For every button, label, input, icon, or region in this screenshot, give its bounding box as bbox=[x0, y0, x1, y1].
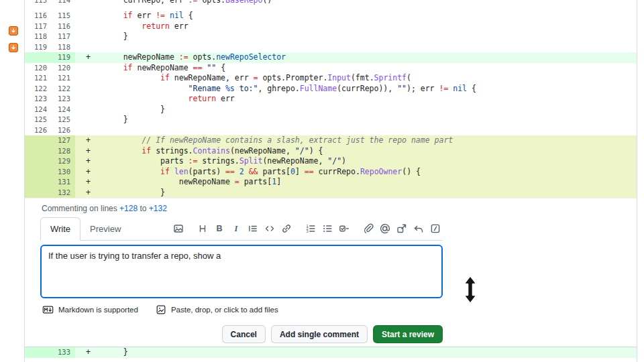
ordered-list-icon[interactable]: 123 bbox=[303, 221, 318, 236]
diff-plus-marker bbox=[75, 84, 93, 95]
code-line: newRepoName = parts[1] bbox=[93, 177, 637, 188]
task-list-icon[interactable] bbox=[337, 221, 352, 236]
old-line-number[interactable]: 118 bbox=[25, 32, 54, 42]
bold-icon[interactable]: B bbox=[212, 221, 227, 236]
mention-icon[interactable] bbox=[378, 221, 392, 236]
cross-reference-icon[interactable] bbox=[394, 221, 409, 236]
new-line-number[interactable]: 133 bbox=[54, 347, 75, 358]
old-line-number[interactable]: 117 bbox=[25, 21, 54, 32]
markdown-icon bbox=[42, 304, 54, 315]
annotation-marker-icon[interactable] bbox=[9, 43, 18, 52]
old-line-number[interactable] bbox=[25, 146, 54, 157]
image-icon[interactable] bbox=[171, 221, 186, 236]
diff-code-block-bottom: 133+}127134 bbox=[25, 347, 637, 362]
new-line-number[interactable]: 121 bbox=[54, 73, 75, 84]
commenting-middle: to bbox=[138, 204, 149, 213]
line-end-link[interactable]: +132 bbox=[149, 204, 167, 213]
new-line-number[interactable]: 124 bbox=[54, 105, 75, 115]
link-icon[interactable] bbox=[279, 221, 294, 236]
old-line-number[interactable] bbox=[25, 52, 54, 63]
new-line-number[interactable]: 117 bbox=[54, 32, 75, 42]
old-line-number[interactable]: 121 bbox=[25, 73, 54, 84]
diff-row-130: 130+if len(parts) == 2 && parts[0] == cu… bbox=[25, 167, 637, 178]
saved-replies-icon[interactable] bbox=[411, 221, 426, 236]
comment-textarea[interactable]: If the user is trying to transfer a repo… bbox=[40, 245, 443, 298]
old-line-number[interactable]: 126 bbox=[25, 125, 54, 136]
markdown-toolbar: BI123 bbox=[171, 217, 443, 240]
new-line-number[interactable]: 132 bbox=[54, 188, 75, 198]
new-line-number[interactable]: 114 bbox=[54, 0, 75, 6]
new-line-number[interactable]: 126 bbox=[54, 125, 75, 136]
markdown-supported-link[interactable]: Markdown is supported bbox=[42, 304, 138, 315]
code-line: return err bbox=[93, 21, 637, 32]
old-line-number[interactable] bbox=[25, 347, 54, 358]
code-line: "Rename %s to:", ghrepo.FullName(currRep… bbox=[93, 84, 637, 95]
code-line: parts := strings.Split(newRepoName, "/") bbox=[93, 156, 637, 167]
paste-files-button[interactable]: Paste, drop, or click to add files bbox=[156, 304, 278, 315]
diff-plus-marker bbox=[75, 125, 93, 136]
old-line-number[interactable]: 115 bbox=[25, 0, 54, 6]
old-line-number[interactable] bbox=[25, 156, 54, 167]
old-line-number[interactable]: 120 bbox=[25, 63, 54, 74]
annotation-marker-icon[interactable] bbox=[9, 26, 18, 36]
new-line-number[interactable]: 131 bbox=[54, 177, 75, 188]
quote-icon[interactable] bbox=[246, 221, 260, 236]
diff-row-122: 122122"Rename %s to:", ghrepo.FullName(c… bbox=[25, 84, 637, 95]
code-icon[interactable] bbox=[262, 221, 277, 236]
diff-plus-marker: + bbox=[75, 177, 93, 188]
line-start-link[interactable]: +128 bbox=[119, 204, 138, 213]
image-paste-icon bbox=[156, 304, 166, 315]
diff-row-115: 116115if err != nil { bbox=[25, 11, 637, 21]
tab-write[interactable]: Write bbox=[40, 217, 80, 241]
old-line-number[interactable]: 119 bbox=[25, 42, 54, 53]
old-line-number[interactable] bbox=[25, 188, 54, 198]
svg-text:B: B bbox=[216, 224, 222, 233]
heading-icon[interactable] bbox=[195, 221, 210, 236]
new-line-number[interactable]: 128 bbox=[54, 146, 75, 157]
markdown-supported-label: Markdown is supported bbox=[58, 306, 138, 314]
code-line: newRepoName := opts.newRepoSelector bbox=[93, 52, 637, 63]
start-review-button[interactable]: Start a review bbox=[373, 325, 443, 343]
new-line-number[interactable]: 122 bbox=[54, 84, 75, 95]
diff-code-block: 116115if err != nil {117116return err118… bbox=[25, 11, 637, 198]
slash-commands-icon[interactable] bbox=[428, 221, 443, 236]
cancel-button[interactable]: Cancel bbox=[222, 325, 266, 343]
code-line: if newRepoName, err = opts.Prompter.Inpu… bbox=[93, 73, 637, 84]
old-line-number[interactable] bbox=[25, 167, 54, 178]
code-line: return err bbox=[93, 94, 637, 105]
add-single-comment-button[interactable]: Add single comment bbox=[271, 325, 368, 343]
diff-row-117: 118117} bbox=[25, 32, 637, 42]
new-line-number[interactable]: 130 bbox=[54, 167, 75, 178]
diff-row-129: 129+parts := strings.Split(newRepoName, … bbox=[25, 156, 637, 167]
new-line-number[interactable]: 118 bbox=[54, 42, 75, 53]
diff-row-123: 123123return err bbox=[25, 94, 637, 105]
new-line-number[interactable]: 123 bbox=[54, 94, 75, 105]
new-line-number[interactable]: 125 bbox=[54, 115, 75, 125]
old-line-number[interactable] bbox=[25, 177, 54, 188]
new-line-number[interactable]: 120 bbox=[54, 63, 75, 74]
new-line-number[interactable]: 127 bbox=[54, 135, 75, 146]
old-line-number[interactable]: 123 bbox=[25, 94, 54, 105]
old-line-number[interactable]: 122 bbox=[25, 84, 54, 95]
diff-plus-marker: + bbox=[75, 167, 93, 178]
new-line-number[interactable]: 116 bbox=[54, 21, 75, 32]
old-line-number[interactable] bbox=[25, 135, 54, 146]
diff-row-125: 125125} bbox=[25, 115, 637, 125]
new-line-number[interactable]: 115 bbox=[54, 11, 75, 21]
old-line-number[interactable]: 124 bbox=[25, 105, 54, 115]
unordered-list-icon[interactable] bbox=[320, 221, 335, 236]
new-line-number[interactable]: 119 bbox=[54, 52, 75, 63]
old-line-number[interactable]: 116 bbox=[25, 11, 54, 21]
diff-plus-marker bbox=[75, 105, 93, 115]
tab-preview[interactable]: Preview bbox=[80, 217, 130, 240]
diff-plus-marker: + bbox=[75, 52, 93, 63]
old-line-number[interactable]: 125 bbox=[25, 115, 54, 125]
italic-icon[interactable]: I bbox=[229, 221, 244, 236]
new-line-number[interactable]: 129 bbox=[54, 156, 75, 167]
diff-plus-marker bbox=[75, 32, 93, 42]
diff-row-119: 119+newRepoName := opts.newRepoSelector bbox=[25, 52, 637, 63]
code-line: if len(parts) == 2 && parts[0] == currRe… bbox=[93, 167, 637, 178]
attach-file-icon[interactable] bbox=[361, 221, 376, 236]
commenting-prefix: Commenting on lines bbox=[42, 204, 119, 213]
code-line: // If newRepoName contains a slash, extr… bbox=[93, 135, 637, 146]
